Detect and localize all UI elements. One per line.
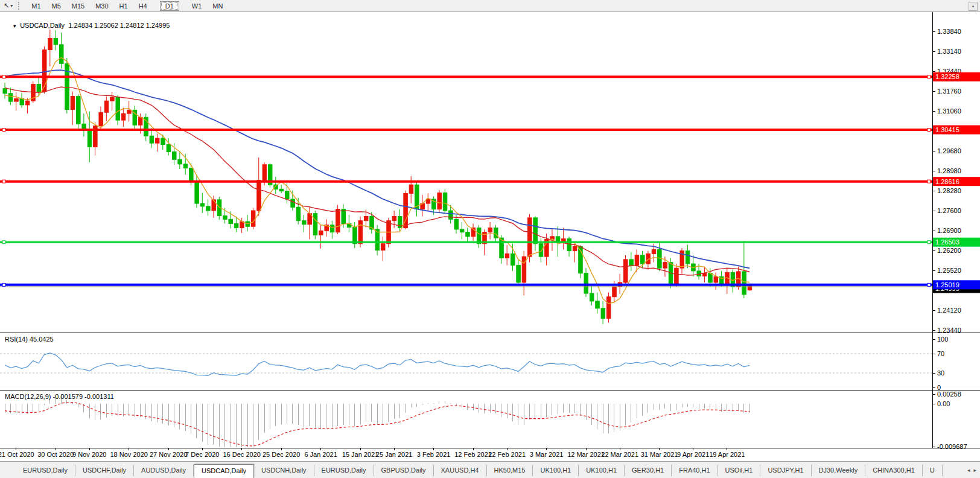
chart-tab-eurusd-daily[interactable]: EURUSD,Daily (16, 465, 75, 476)
price-tick-label: 1.26900 (937, 227, 961, 234)
chart-symbol-label: USDCAD,Daily (20, 22, 65, 29)
date-tick-label: 16 Dec 2020 (223, 451, 261, 458)
toolbar-grip[interactable] (18, 2, 22, 10)
chart-title: ▼USDCAD,Daily 1.24834 1.25062 1.24812 1.… (5, 14, 170, 36)
price-tick-label: 1.33140 (937, 48, 961, 55)
svg-text:1.32258: 1.32258 (935, 73, 959, 80)
price-tick-label: 1.24120 (937, 307, 961, 314)
dropdown-triangle-icon[interactable]: ▼ (12, 24, 17, 29)
chart-tab-hk50-m15[interactable]: HK50,M15 (487, 465, 533, 476)
tab-scroll-right-icon[interactable]: ▸ (973, 467, 976, 473)
macd-tick-label: 0.00258 (937, 390, 961, 398)
tab-scroll-left-icon[interactable]: ◂ (967, 467, 970, 473)
mt4-window: { "toolbar": { "timeframes": ["M1","M5",… (0, 0, 980, 478)
chart-tab-usdchf-daily[interactable]: USDCHF,Daily (75, 465, 134, 476)
chart-tab-usdcad-daily[interactable]: USDCAD,Daily (194, 464, 254, 478)
date-tick-label: 30 Oct 2020 (37, 451, 74, 458)
date-tick-label: 25 Jan 2021 (376, 451, 413, 458)
timeframe-button-m1[interactable]: M1 (26, 1, 46, 11)
svg-text:1.25019: 1.25019 (935, 281, 959, 288)
rsi-tick-label: 70 (937, 350, 944, 357)
date-tick-label: 21 Oct 2020 (0, 451, 34, 458)
price-tick-label: 1.28280 (937, 187, 961, 194)
rsi-indicator-label: RSI(14) 45.0425 (5, 336, 54, 343)
timeframe-button-h1[interactable]: H1 (114, 1, 133, 11)
svg-text:1.28616: 1.28616 (935, 178, 959, 185)
chart-tab-bar: EURUSD,DailyUSDCHF,DailyAUDUSD,DailyUSDC… (0, 461, 980, 478)
date-tick-label: 31 Mar 2021 (641, 451, 678, 458)
price-tick-label: 1.27600 (937, 207, 961, 214)
chart-tab-uk100-h1[interactable]: UK100,H1 (579, 465, 625, 476)
chart-tab-xauusd-h4[interactable]: XAUUSD,H4 (434, 465, 487, 476)
price-tick-label: 1.33840 (937, 28, 961, 35)
date-tick-label: 9 Apr 2021 (677, 451, 709, 458)
chart-tab-fra40-h1[interactable]: FRA40,H1 (672, 465, 718, 476)
date-axis: 21 Oct 202030 Oct 20209 Nov 202018 Nov 2… (0, 448, 745, 458)
toolbar-overflow-button[interactable]: ▴ (969, 2, 978, 11)
date-tick-label: 9 Nov 2020 (72, 451, 106, 458)
macd-tick-label: -0.009687 (937, 443, 967, 450)
timeframe-button-m30[interactable]: M30 (90, 1, 113, 11)
timeframe-button-mn[interactable]: MN (207, 1, 228, 11)
timeframe-button-group: M1M5M15M30H1H4D1W1MN (26, 2, 228, 10)
date-tick-label: 27 Nov 2020 (150, 451, 187, 458)
date-tick-label: 12 Feb 2021 (454, 451, 492, 458)
chart-plot-area[interactable] (0, 11, 932, 448)
chart-tab-ger30-h1[interactable]: GER30,H1 (625, 465, 672, 476)
date-tick-label: 3 Feb 2021 (417, 451, 451, 458)
macd-tick-label: 0.00 (937, 400, 950, 407)
timeframe-button-d1[interactable]: D1 (160, 1, 179, 11)
date-tick-label: 6 Jan 2021 (304, 451, 337, 458)
chart-canvas[interactable]: 1.338401.331401.324401.317601.310601.303… (0, 0, 980, 478)
date-tick-label: 22 Feb 2021 (488, 451, 526, 458)
date-tick-label: 25 Dec 2020 (262, 451, 300, 458)
svg-text:1.26503: 1.26503 (935, 238, 959, 246)
price-tick-label: 1.25520 (937, 267, 961, 274)
date-tick-label: 18 Nov 2020 (110, 451, 148, 458)
macd-indicator-label: MACD(12,26,9) -0.001579 -0.001311 (5, 393, 114, 400)
price-tick-label: 1.31760 (937, 88, 961, 95)
timeframe-button-m15[interactable]: M15 (66, 1, 90, 11)
chart-tab-eurusd-daily[interactable]: EURUSD,Daily (314, 465, 374, 476)
price-tick-label: 1.26200 (937, 247, 961, 254)
chart-tab-china300-h1[interactable]: CHINA300,H1 (865, 465, 923, 476)
rsi-tick-label: 100 (937, 336, 948, 343)
chart-tab-usoil-h1[interactable]: USOil,H1 (718, 465, 761, 476)
price-tick-label: 1.29680 (937, 147, 961, 155)
chart-tab-gbpusd-daily[interactable]: GBPUSD,Daily (374, 465, 434, 476)
timeframe-button-w1[interactable]: W1 (186, 1, 208, 11)
date-tick-label: 22 Mar 2021 (601, 451, 638, 458)
price-tick-label: 1.23440 (937, 327, 961, 334)
price-tick-label: 1.28980 (937, 167, 961, 174)
price-tick-label: 1.31060 (937, 107, 961, 115)
chart-tab-uk100-h1[interactable]: UK100,H1 (533, 465, 579, 476)
cursor-icon: ↖ (4, 2, 9, 10)
rsi-tick-label: 30 (937, 369, 944, 377)
chart-tab-u[interactable]: U (923, 465, 943, 476)
date-tick-label: 12 Mar 2021 (567, 451, 605, 458)
tab-scroll-buttons: ◂ ▸ (965, 462, 980, 478)
date-tick-label: 7 Dec 2020 (185, 451, 219, 458)
chart-tab-dj30-weekly[interactable]: DJ30,Weekly (812, 465, 866, 476)
timeframe-button-h4[interactable]: H4 (133, 1, 153, 11)
date-tick-label: 19 Apr 2021 (709, 451, 745, 458)
date-tick-label: 15 Jan 2021 (342, 451, 379, 458)
chart-tab-audusd-daily[interactable]: AUDUSD,Daily (134, 465, 194, 476)
chevron-down-icon: ▾ (10, 3, 13, 8)
timeframe-button-m5[interactable]: M5 (46, 1, 66, 11)
top-toolbar: ↖ ▾ M1M5M15M30H1H4D1W1MN ▴ (0, 0, 980, 12)
chart-tab-usdcnh-daily[interactable]: USDCNH,Daily (254, 465, 314, 476)
cursor-tool-button[interactable]: ↖ ▾ (0, 2, 15, 10)
chart-tab-usdjpy-h1[interactable]: USDJPY,H1 (760, 465, 811, 476)
chart-ohlc-values: 1.24834 1.25062 1.24812 1.24995 (65, 22, 170, 29)
date-tick-label: 3 Mar 2021 (530, 451, 564, 458)
svg-text:1.30415: 1.30415 (935, 126, 959, 133)
